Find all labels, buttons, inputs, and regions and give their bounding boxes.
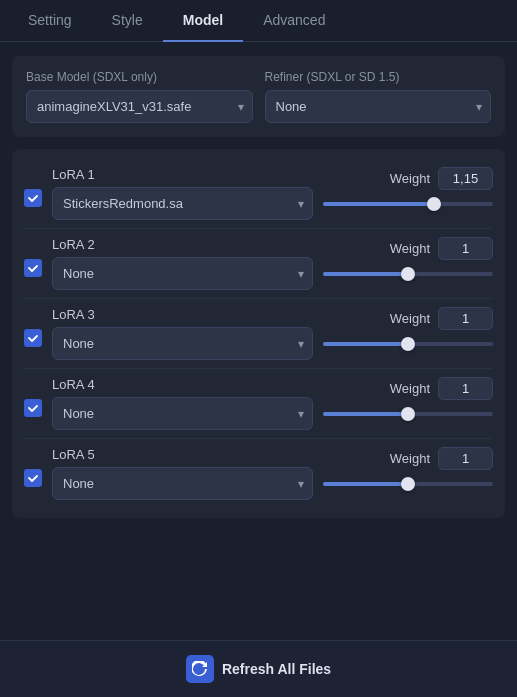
refresh-all-button[interactable]: Refresh All Files	[186, 655, 331, 683]
tab-style[interactable]: Style	[92, 0, 163, 42]
lora-4-checkbox[interactable]	[24, 399, 42, 417]
lora-3-right: Weight	[323, 307, 493, 353]
lora-2-weight-row: Weight	[390, 237, 493, 260]
lora-1-select[interactable]: StickersRedmond.sa	[52, 187, 313, 220]
lora-1-name: LoRA 1	[52, 167, 313, 182]
lora-2-left: LoRA 2 None	[52, 237, 313, 290]
lora-1-slider-track	[323, 202, 493, 206]
tab-bar: Setting Style Model Advanced	[0, 0, 517, 42]
lora-2-right: Weight	[323, 237, 493, 283]
lora-5-slider-fill	[323, 482, 408, 486]
lora-1-weight-row: Weight	[390, 167, 493, 190]
lora-row-3: LoRA 3 None Weight	[24, 299, 493, 369]
lora-4-slider-fill	[323, 412, 408, 416]
lora-1-weight-input[interactable]	[438, 167, 493, 190]
base-model-card: Base Model (SDXL only) animagineXLV31_v3…	[12, 56, 505, 137]
lora-2-checkbox[interactable]	[24, 259, 42, 277]
lora-card: LoRA 1 StickersRedmond.sa Weight	[12, 149, 505, 518]
lora-5-checkbox[interactable]	[24, 469, 42, 487]
lora-5-name: LoRA 5	[52, 447, 313, 462]
lora-4-weight-input[interactable]	[438, 377, 493, 400]
lora-3-select[interactable]: None	[52, 327, 313, 360]
lora-1-slider-fill	[323, 202, 434, 206]
lora-1-checkbox-wrapper	[24, 167, 42, 207]
tab-advanced[interactable]: Advanced	[243, 0, 345, 42]
main-content: Base Model (SDXL only) animagineXLV31_v3…	[0, 42, 517, 640]
lora-2-slider-fill	[323, 272, 408, 276]
lora-1-slider-thumb[interactable]	[427, 197, 441, 211]
base-model-select[interactable]: animagineXLV31_v31.safe	[26, 90, 253, 123]
lora-3-weight-input[interactable]	[438, 307, 493, 330]
lora-2-slider-thumb[interactable]	[401, 267, 415, 281]
lora-1-weight-label: Weight	[390, 171, 430, 186]
lora-row-2: LoRA 2 None Weight	[24, 229, 493, 299]
lora-2-slider-track	[323, 272, 493, 276]
lora-4-left: LoRA 4 None	[52, 377, 313, 430]
lora-3-left: LoRA 3 None	[52, 307, 313, 360]
lora-4-name: LoRA 4	[52, 377, 313, 392]
lora-4-slider-thumb[interactable]	[401, 407, 415, 421]
lora-4-checkbox-wrapper	[24, 377, 42, 417]
refiner-col: Refiner (SDXL or SD 1.5) None	[265, 70, 492, 123]
lora-3-slider[interactable]	[323, 335, 493, 353]
lora-row-4: LoRA 4 None Weight	[24, 369, 493, 439]
footer: Refresh All Files	[0, 640, 517, 697]
lora-5-slider[interactable]	[323, 475, 493, 493]
lora-4-slider[interactable]	[323, 405, 493, 423]
lora-4-right: Weight	[323, 377, 493, 423]
lora-3-weight-row: Weight	[390, 307, 493, 330]
lora-5-weight-row: Weight	[390, 447, 493, 470]
base-model-row: Base Model (SDXL only) animagineXLV31_v3…	[26, 70, 491, 123]
lora-3-slider-thumb[interactable]	[401, 337, 415, 351]
lora-3-checkbox-wrapper	[24, 307, 42, 347]
lora-3-weight-label: Weight	[390, 311, 430, 326]
lora-5-slider-thumb[interactable]	[401, 477, 415, 491]
lora-4-weight-label: Weight	[390, 381, 430, 396]
tab-model[interactable]: Model	[163, 0, 243, 42]
lora-2-weight-input[interactable]	[438, 237, 493, 260]
lora-5-weight-label: Weight	[390, 451, 430, 466]
lora-3-slider-track	[323, 342, 493, 346]
refresh-label: Refresh All Files	[222, 661, 331, 677]
lora-2-select[interactable]: None	[52, 257, 313, 290]
refresh-icon	[186, 655, 214, 683]
lora-3-name: LoRA 3	[52, 307, 313, 322]
lora-1-slider[interactable]	[323, 195, 493, 213]
lora-1-left: LoRA 1 StickersRedmond.sa	[52, 167, 313, 220]
tab-setting[interactable]: Setting	[8, 0, 92, 42]
lora-5-left: LoRA 5 None	[52, 447, 313, 500]
base-model-col: Base Model (SDXL only) animagineXLV31_v3…	[26, 70, 253, 123]
lora-4-slider-track	[323, 412, 493, 416]
base-model-label: Base Model (SDXL only)	[26, 70, 253, 84]
lora-3-checkbox[interactable]	[24, 329, 42, 347]
lora-5-weight-input[interactable]	[438, 447, 493, 470]
lora-1-right: Weight	[323, 167, 493, 213]
lora-2-slider[interactable]	[323, 265, 493, 283]
lora-1-checkbox[interactable]	[24, 189, 42, 207]
lora-4-weight-row: Weight	[390, 377, 493, 400]
lora-4-select[interactable]: None	[52, 397, 313, 430]
lora-5-select[interactable]: None	[52, 467, 313, 500]
lora-2-checkbox-wrapper	[24, 237, 42, 277]
lora-row-1: LoRA 1 StickersRedmond.sa Weight	[24, 159, 493, 229]
lora-5-checkbox-wrapper	[24, 447, 42, 487]
lora-5-right: Weight	[323, 447, 493, 493]
lora-2-weight-label: Weight	[390, 241, 430, 256]
lora-row-5: LoRA 5 None Weight	[24, 439, 493, 508]
refiner-select[interactable]: None	[265, 90, 492, 123]
lora-5-slider-track	[323, 482, 493, 486]
lora-2-name: LoRA 2	[52, 237, 313, 252]
refiner-label: Refiner (SDXL or SD 1.5)	[265, 70, 492, 84]
lora-3-slider-fill	[323, 342, 408, 346]
